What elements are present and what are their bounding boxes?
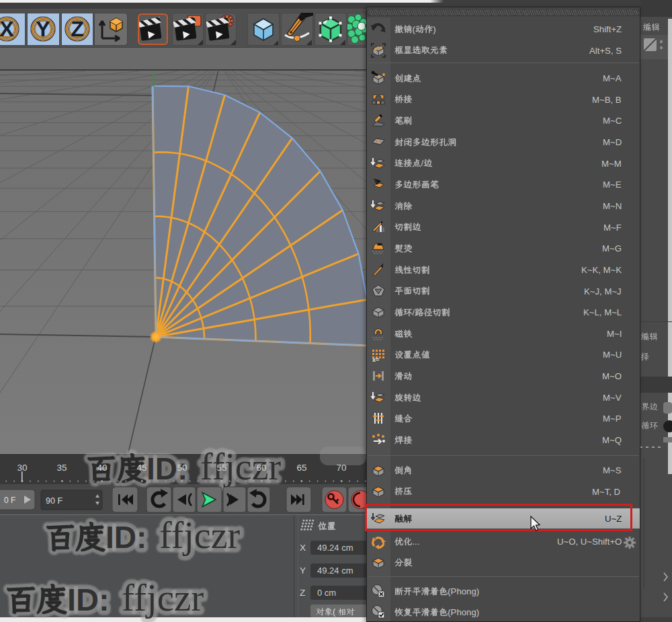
svg-text:M~O: M~O bbox=[602, 371, 622, 381]
svg-text:45: 45 bbox=[136, 463, 146, 473]
svg-text:M~M: M~M bbox=[601, 159, 622, 169]
svg-text:0 F: 0 F bbox=[4, 496, 15, 505]
svg-text:50: 50 bbox=[177, 463, 187, 473]
svg-text:40: 40 bbox=[97, 463, 107, 473]
svg-text:/: / bbox=[412, 307, 415, 317]
svg-text:): ) bbox=[433, 24, 435, 34]
svg-text:(Phong): (Phong) bbox=[448, 607, 479, 617]
svg-text:M~Q: M~Q bbox=[602, 435, 622, 445]
svg-text:M~F: M~F bbox=[603, 223, 622, 233]
svg-text:M~S: M~S bbox=[603, 465, 622, 475]
svg-text:70: 70 bbox=[336, 463, 346, 473]
svg-text:35: 35 bbox=[56, 463, 67, 473]
svg-text:Alt+S, S: Alt+S, S bbox=[589, 46, 622, 56]
svg-text:K~J, M~J: K~J, M~J bbox=[584, 286, 622, 297]
svg-text:M~T, D: M~T, D bbox=[592, 487, 620, 497]
svg-text:X: X bbox=[0, 17, 14, 41]
svg-text:K~K, M~K: K~K, M~K bbox=[581, 265, 622, 275]
svg-text:ffjczr: ffjczr bbox=[159, 514, 241, 556]
svg-text:60: 60 bbox=[256, 463, 266, 473]
svg-text:Z: Z bbox=[71, 17, 84, 41]
svg-text:65: 65 bbox=[296, 463, 306, 473]
svg-text:ID:: ID: bbox=[67, 582, 110, 617]
svg-text:55: 55 bbox=[216, 463, 226, 473]
svg-text:30: 30 bbox=[17, 463, 27, 473]
svg-text:K~L, M~L: K~L, M~L bbox=[583, 307, 622, 317]
svg-text:M~D: M~D bbox=[603, 137, 622, 147]
svg-text:M~P: M~P bbox=[603, 414, 622, 424]
svg-text:/: / bbox=[421, 158, 424, 168]
svg-text:M~C: M~C bbox=[603, 116, 622, 126]
svg-text:M~A: M~A bbox=[603, 73, 622, 83]
svg-text:...: ... bbox=[412, 537, 419, 547]
svg-text:M~U: M~U bbox=[603, 350, 622, 360]
svg-text:(Phong): (Phong) bbox=[448, 586, 479, 596]
svg-text:Shift+Z: Shift+Z bbox=[593, 24, 622, 34]
svg-text:M~V: M~V bbox=[603, 393, 622, 403]
svg-text:x=: x= bbox=[372, 356, 379, 363]
svg-text:(: ( bbox=[333, 607, 336, 617]
svg-text:90 F: 90 F bbox=[46, 496, 62, 506]
svg-text:M~E: M~E bbox=[603, 180, 622, 190]
svg-text:M~N: M~N bbox=[603, 201, 622, 211]
svg-text:M~I: M~I bbox=[607, 329, 622, 339]
svg-text:Y: Y bbox=[36, 17, 50, 41]
svg-text:(: ( bbox=[412, 24, 415, 34]
svg-text:M~B, B: M~B, B bbox=[592, 95, 622, 105]
svg-text:ffjczr: ffjczr bbox=[122, 576, 204, 619]
svg-text:ID:: ID: bbox=[106, 520, 146, 555]
svg-text:M~G: M~G bbox=[602, 243, 622, 254]
svg-text:U~O, U~Shift+O: U~O, U~Shift+O bbox=[557, 537, 622, 547]
